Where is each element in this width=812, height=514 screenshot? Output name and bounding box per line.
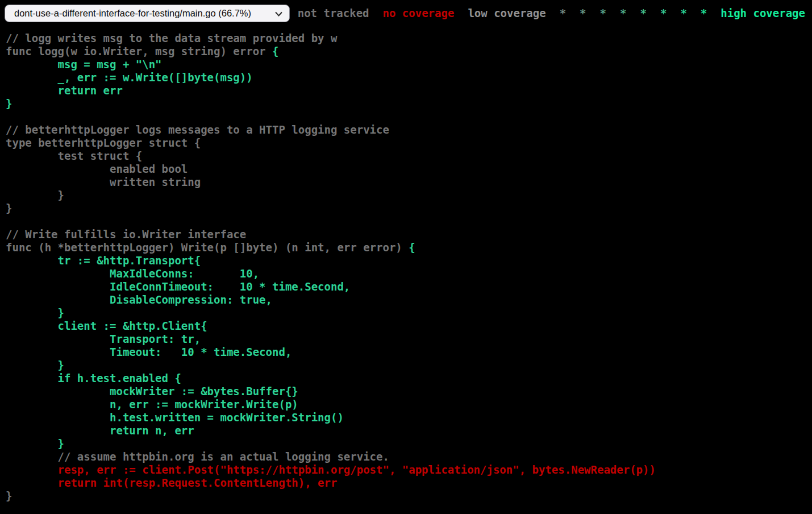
legend-scale-asterisk: * <box>600 7 606 19</box>
legend-scale-asterisk: * <box>620 7 626 19</box>
legend-high-coverage: high coverage <box>721 7 805 19</box>
code-line: // betterhttpLogger logs messages to a H… <box>6 123 389 136</box>
coverage-legend: not tracked no coverage low coverage ***… <box>291 7 812 19</box>
legend-scale-asterisk: * <box>640 7 646 19</box>
code-line: return int(resp.Request.ContentLength), … <box>6 476 337 489</box>
code-segment: // Write fulfills io.Writer interface <box>6 228 246 241</box>
code-segment: // assume httpbin.org is an actual loggi… <box>6 450 389 463</box>
code-segment: enabled bool <box>6 163 188 175</box>
code-line: return err <box>6 84 123 97</box>
code-segment: if h.test.enabled { <box>6 372 181 384</box>
code-line: client := &http.Client{ <box>6 320 207 332</box>
code-segment: } <box>6 189 64 201</box>
legend-scale-asterisk: * <box>680 7 686 19</box>
code-line: test struct { <box>6 150 142 162</box>
code-line: type betterhttpLogger struct { <box>6 136 201 149</box>
code-line: DisableCompression: true, <box>6 293 272 306</box>
code-segment: Timeout: 10 * time.Second, <box>6 346 292 358</box>
code-segment: mockWriter := &bytes.Buffer{} <box>6 385 298 397</box>
legend-no-coverage: no coverage <box>383 7 455 19</box>
file-selector-value: dont-use-a-different-interface-for-testi… <box>14 8 251 19</box>
code-segment: n, err := mockWriter.Write(p) <box>6 398 298 411</box>
code-line: tr := &http.Transport{ <box>6 254 201 267</box>
code-segment: func (h *betterhttpLogger) Write(p []byt… <box>6 241 409 254</box>
code-segment: } <box>6 202 12 214</box>
code-segment: MaxIdleConns: 10, <box>6 267 259 280</box>
code-segment: Transport: tr, <box>6 333 201 345</box>
legend-scale-asterisk: * <box>701 7 707 19</box>
code-segment: client := &http.Client{ <box>6 320 207 332</box>
code-segment: } <box>6 306 64 319</box>
code-segment: written string <box>6 176 201 188</box>
code-segment: return err <box>6 84 123 97</box>
code-segment: resp, err := client.Post("https://httpbi… <box>6 463 656 476</box>
code-line: // logg writes msg to the data stream pr… <box>6 32 337 44</box>
topbar: dont-use-a-different-interface-for-testi… <box>0 0 812 26</box>
code-line: func (h *betterhttpLogger) Write(p []byt… <box>6 241 415 254</box>
code-line: } <box>6 437 64 450</box>
code-segment: // betterhttpLogger logs messages to a H… <box>6 123 389 136</box>
code-segment: { <box>272 45 278 57</box>
code-line: msg = msg + "\n" <box>6 58 162 71</box>
legend-not-tracked: not tracked <box>298 7 369 19</box>
source-code-view: // logg writes msg to the data stream pr… <box>0 32 812 503</box>
code-segment: // logg writes msg to the data stream pr… <box>6 32 337 44</box>
code-line: } <box>6 306 64 319</box>
code-line: mockWriter := &bytes.Buffer{} <box>6 385 298 397</box>
code-segment: { <box>409 241 415 254</box>
legend-coverage-scale: ******** <box>553 7 714 19</box>
code-segment: } <box>6 490 12 502</box>
code-line: } <box>6 189 64 201</box>
code-segment: tr := &http.Transport{ <box>6 254 201 267</box>
code-line: // Write fulfills io.Writer interface <box>6 228 246 241</box>
code-line: } <box>6 202 12 214</box>
legend-scale-asterisk: * <box>660 7 667 19</box>
code-line: Timeout: 10 * time.Second, <box>6 346 292 358</box>
code-line: resp, err := client.Post("https://httpbi… <box>6 463 656 476</box>
code-segment: IdleConnTimeout: 10 * time.Second, <box>6 280 350 293</box>
code-line: Transport: tr, <box>6 333 201 345</box>
chevron-down-icon <box>275 8 282 19</box>
code-line: _, err := w.Write([]byte(msg)) <box>6 71 253 84</box>
code-line: return n, err <box>6 424 194 437</box>
code-line: if h.test.enabled { <box>6 372 181 384</box>
file-selector[interactable]: dont-use-a-different-interface-for-testi… <box>5 5 290 22</box>
legend-scale-asterisk: * <box>580 7 586 19</box>
legend-scale-asterisk: * <box>560 7 566 19</box>
code-segment: type betterhttpLogger struct { <box>6 136 201 149</box>
code-line: } <box>6 490 12 502</box>
code-segment: } <box>6 97 12 110</box>
code-segment: return int(resp.Request.ContentLength), … <box>6 476 337 489</box>
code-line: n, err := mockWriter.Write(p) <box>6 398 298 411</box>
code-line: enabled bool <box>6 163 188 175</box>
code-line: MaxIdleConns: 10, <box>6 267 259 280</box>
code-segment: DisableCompression: true, <box>6 293 272 306</box>
code-line: IdleConnTimeout: 10 * time.Second, <box>6 280 350 293</box>
code-line: } <box>6 97 12 110</box>
code-line: func logg(w io.Writer, msg string) error… <box>6 45 278 57</box>
code-segment: h.test.written = mockWriter.String() <box>6 411 344 424</box>
code-line: // assume httpbin.org is an actual loggi… <box>6 450 389 463</box>
code-line: written string <box>6 176 201 188</box>
code-segment: return n, err <box>6 424 194 437</box>
code-segment: _, err := w.Write([]byte(msg)) <box>6 71 253 84</box>
code-segment: msg = msg + "\n" <box>6 58 162 71</box>
code-segment: func logg(w io.Writer, msg string) error <box>6 45 272 57</box>
code-line: h.test.written = mockWriter.String() <box>6 411 344 424</box>
legend-low-coverage: low coverage <box>468 7 546 19</box>
code-segment: } <box>6 359 64 371</box>
code-line: } <box>6 359 64 371</box>
code-segment: test struct { <box>6 150 142 162</box>
code-segment: } <box>6 437 64 450</box>
